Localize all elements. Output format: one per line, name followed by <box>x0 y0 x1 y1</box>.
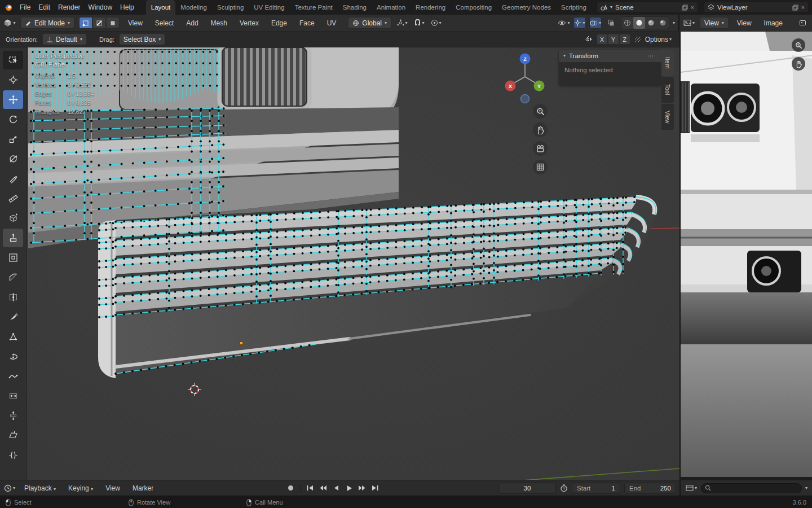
tool-inset-faces[interactable] <box>3 248 23 267</box>
jump-to-end-button[interactable] <box>369 482 381 494</box>
transform-panel-header[interactable]: ▾ Transform <box>559 50 661 62</box>
drag-mode-dropdown[interactable]: Select Box ▾ <box>119 33 165 45</box>
tool-annotate[interactable] <box>3 169 23 188</box>
vertex-select-button[interactable] <box>79 17 92 29</box>
viewport-3d[interactable]: User Perspective (30) Plane Objects1/5 V… <box>0 47 679 480</box>
current-frame-field[interactable]: 30 <box>498 482 556 494</box>
image-pan-button[interactable] <box>792 57 805 71</box>
image-editor-region[interactable] <box>679 32 812 477</box>
image-editor-type-selector[interactable]: ▾ <box>683 17 695 29</box>
sidebar-tab-tool[interactable]: Tool <box>661 77 674 103</box>
menu-window[interactable]: Window <box>84 2 116 13</box>
mirror-x-button[interactable]: X <box>597 34 608 45</box>
gizmos-dropdown[interactable]: ▾ <box>573 17 586 29</box>
menu-vertex[interactable]: Vertex <box>236 17 263 29</box>
overlays-dropdown[interactable]: ▾ <box>589 17 602 29</box>
timeline-marker-menu[interactable]: Marker <box>129 483 157 494</box>
shading-solid-button[interactable] <box>633 17 645 29</box>
view-layer-selector[interactable]: ViewLayer × <box>704 2 809 13</box>
menu-view[interactable]: View <box>124 17 147 29</box>
gizmo-minus-z-axis[interactable] <box>521 95 529 103</box>
playback-menu[interactable]: Playback ▾ <box>20 483 60 494</box>
snap-toggle[interactable]: ▾ <box>413 17 425 29</box>
pan-view-button[interactable] <box>533 122 548 137</box>
tab-sculpting[interactable]: Sculpting <box>212 0 249 15</box>
navigation-gizmo[interactable]: Z X Y <box>505 52 545 104</box>
tool-extrude-region[interactable] <box>3 229 23 247</box>
tool-poly-build[interactable] <box>3 327 23 346</box>
timeline-editor-selector[interactable]: ▾ <box>3 482 16 494</box>
tool-loop-cut[interactable] <box>3 288 23 306</box>
ortho-toggle-button[interactable] <box>533 160 548 174</box>
menu-uv[interactable]: UV <box>323 17 341 29</box>
new-scene-icon[interactable] <box>682 5 688 11</box>
snap-settings-icon[interactable] <box>634 36 642 43</box>
menu-edge[interactable]: Edge <box>267 17 291 29</box>
face-select-button[interactable] <box>106 17 120 29</box>
tool-shrink-fatten[interactable] <box>3 406 23 425</box>
footer-chevron[interactable]: ▾ <box>805 486 807 491</box>
shading-dropdown-chevron[interactable]: ▾ <box>673 21 675 25</box>
menu-file[interactable]: File <box>16 2 34 13</box>
scene-selector[interactable]: ▾ Scene × <box>597 2 698 13</box>
menu-edit[interactable]: Edit <box>34 2 54 13</box>
prev-keyframe-button[interactable] <box>317 482 329 494</box>
editor-type-selector[interactable]: ▾ <box>3 17 16 29</box>
shading-wireframe-button[interactable] <box>621 17 633 29</box>
tab-texture-paint[interactable]: Texture Paint <box>290 0 338 15</box>
tool-shear[interactable] <box>3 426 23 445</box>
jump-to-start-button[interactable] <box>304 482 316 494</box>
new-layer-icon[interactable] <box>792 5 798 11</box>
shading-material-button[interactable] <box>645 17 657 29</box>
tool-cursor[interactable] <box>3 71 23 89</box>
tool-rip-region[interactable] <box>3 446 23 465</box>
menu-ie-image[interactable]: Image <box>760 17 787 29</box>
menu-help[interactable]: Help <box>116 2 138 13</box>
mode-dropdown[interactable]: Edit Mode ▾ <box>20 17 74 29</box>
menu-add[interactable]: Add <box>182 17 202 29</box>
frame-start-field[interactable]: Start1 <box>572 482 620 494</box>
pivot-point-dropdown[interactable]: ▾ <box>396 17 408 29</box>
tool-scale[interactable] <box>3 130 23 148</box>
keying-menu[interactable]: Keying ▾ <box>64 483 97 494</box>
camera-view-button[interactable] <box>533 141 548 156</box>
menu-render[interactable]: Render <box>54 2 84 13</box>
mirror-z-button[interactable]: Z <box>619 34 630 45</box>
tab-animation[interactable]: Animation <box>372 0 411 15</box>
tab-rendering[interactable]: Rendering <box>411 0 451 15</box>
tool-add-cube[interactable] <box>3 209 23 227</box>
zoom-view-button[interactable] <box>533 104 548 119</box>
menu-ie-view[interactable]: View <box>733 17 756 29</box>
menu-mesh[interactable]: Mesh <box>207 17 231 29</box>
autokey-clock-icon[interactable] <box>560 484 568 492</box>
visibility-dropdown[interactable]: ▾ <box>558 17 570 29</box>
search-input[interactable] <box>701 483 802 493</box>
tab-compositing[interactable]: Compositing <box>451 0 497 15</box>
tool-measure[interactable] <box>3 189 23 208</box>
tool-smooth[interactable] <box>3 367 23 386</box>
panel-grip-icon[interactable] <box>648 55 657 58</box>
tool-select-box[interactable] <box>3 51 23 69</box>
image-zoom-in-button[interactable] <box>792 38 805 52</box>
shading-rendered-button[interactable] <box>657 17 669 29</box>
tab-scripting[interactable]: Scripting <box>556 0 592 15</box>
menu-face[interactable]: Face <box>295 17 319 29</box>
tool-bevel[interactable] <box>3 268 23 287</box>
menu-select[interactable]: Select <box>151 17 178 29</box>
tool-transform[interactable] <box>3 150 23 168</box>
sidebar-tab-item[interactable]: Item <box>661 50 674 76</box>
tool-rotate[interactable] <box>3 110 23 129</box>
tool-move[interactable] <box>3 90 23 109</box>
edge-select-button[interactable] <box>92 17 106 29</box>
proportional-editing-dropdown[interactable]: ▾ <box>430 17 442 29</box>
remove-layer-icon[interactable]: × <box>801 4 805 11</box>
options-dropdown[interactable]: Options ▾ <box>645 33 672 45</box>
image-pin-icon[interactable] <box>796 17 809 29</box>
tab-shading[interactable]: Shading <box>338 0 372 15</box>
tab-modeling[interactable]: Modeling <box>175 0 212 15</box>
unlink-scene-icon[interactable]: × <box>691 4 694 11</box>
xray-toggle[interactable] <box>605 17 617 29</box>
tab-layout[interactable]: Layout <box>146 0 176 15</box>
frame-end-field[interactable]: End250 <box>624 482 676 494</box>
mirror-y-button[interactable]: Y <box>608 34 619 45</box>
